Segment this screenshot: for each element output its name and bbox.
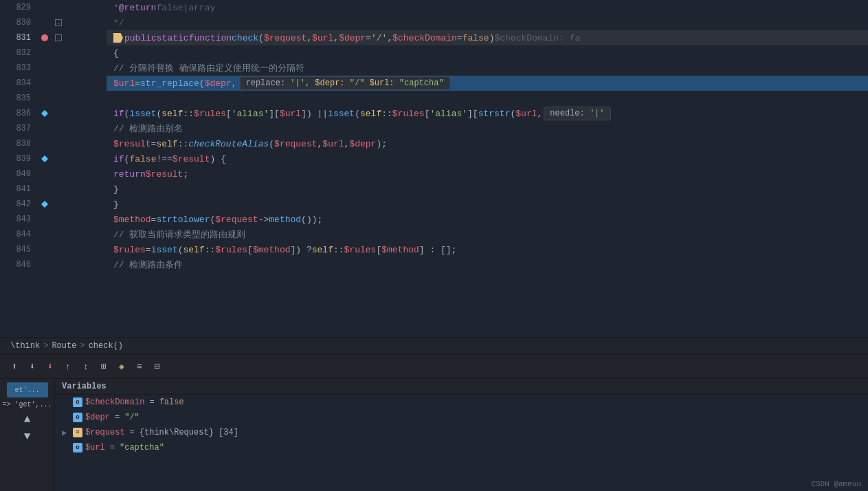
- line-number[interactable]: 842: [0, 199, 38, 209]
- scroll-up-btn[interactable]: ▲: [20, 412, 35, 427]
- scroll-down-btn[interactable]: ▼: [20, 429, 35, 444]
- collapsed-item-label[interactable]: et'...: [7, 382, 48, 397]
- line-number[interactable]: 841: [0, 184, 38, 194]
- breadcrumb-method[interactable]: check(): [89, 341, 123, 351]
- variable-item[interactable]: o$url="captcha": [55, 440, 868, 455]
- code-token: ][: [269, 109, 280, 119]
- line-number[interactable]: 834: [0, 78, 38, 88]
- code-token: $method: [253, 245, 291, 255]
- code-line: // 检测路由条件: [107, 257, 868, 272]
- code-line: {: [107, 45, 868, 61]
- line-number[interactable]: 832: [0, 48, 38, 58]
- flat-icon[interactable]: ⊟: [150, 359, 165, 374]
- code-token: $rules: [215, 245, 247, 255]
- code-token: ::: [381, 109, 392, 119]
- watermark: CSDN @ameuu: [811, 480, 861, 488]
- editor-area: 829830–831–83283383483583683783883984084…: [0, 0, 868, 351]
- line-number[interactable]: 830: [0, 18, 38, 28]
- line-number[interactable]: 845: [0, 245, 38, 254]
- line-number[interactable]: 837: [0, 124, 38, 133]
- code-token: static: [157, 33, 189, 43]
- line-number[interactable]: 839: [0, 154, 38, 164]
- code-token: (: [178, 245, 183, 255]
- code-token: (: [210, 215, 215, 225]
- line-number[interactable]: 831: [0, 33, 38, 43]
- code-token: ::: [333, 245, 344, 255]
- code-token: $url: [322, 139, 344, 149]
- download-icon[interactable]: ⬇: [25, 359, 40, 374]
- grid-icon[interactable]: ⊞: [96, 359, 111, 374]
- line-number[interactable]: 835: [0, 94, 38, 103]
- list-icon[interactable]: ≡: [132, 359, 147, 374]
- code-token: $method: [113, 215, 151, 225]
- code-token: // 检测路由别名: [113, 122, 183, 135]
- var-equals: =: [130, 428, 135, 437]
- breadcrumb-class[interactable]: Route: [52, 341, 76, 351]
- code-token: ::: [205, 245, 216, 255]
- code-token: strtolower: [156, 215, 210, 225]
- var-name: $url: [85, 443, 105, 452]
- breakpoint-area[interactable]: [38, 34, 52, 41]
- code-token: =: [151, 139, 157, 149]
- code-token: ][: [467, 109, 478, 119]
- code-token: ): [489, 33, 495, 43]
- line-number[interactable]: 846: [0, 260, 38, 270]
- code-token: $result: [146, 169, 183, 179]
- code-token: (: [258, 33, 264, 43]
- line-number[interactable]: 829: [0, 3, 38, 12]
- breakpoint-area[interactable]: [38, 155, 52, 162]
- code-token: ]) ||: [301, 109, 328, 119]
- variables-main[interactable]: Variables o$checkDomain=falseo$depr="/"▶…: [55, 379, 868, 491]
- code-token: false: [129, 154, 156, 164]
- upload-icon[interactable]: ⬆: [7, 359, 22, 374]
- line-number[interactable]: 844: [0, 230, 38, 239]
- code-token: check: [232, 33, 258, 43]
- code-token: checkRouteAlias: [188, 139, 269, 149]
- code-token: =: [146, 245, 151, 255]
- code-token: [: [247, 245, 253, 255]
- code-token: ());: [301, 215, 322, 225]
- breakpoint-area[interactable]: [38, 110, 52, 117]
- gutter-row: 839: [0, 151, 107, 166]
- code-token: $rules: [194, 109, 226, 119]
- code-line: if (false !== $result) {: [107, 151, 868, 166]
- variable-item[interactable]: o$checkDomain=false: [55, 395, 868, 410]
- code-line: $url = str_replace($depr,replace: '|', $…: [107, 76, 868, 91]
- variable-item[interactable]: o$depr="/": [55, 410, 868, 425]
- download2-icon[interactable]: ⬇: [43, 359, 58, 374]
- breakpoint-area[interactable]: [38, 201, 52, 208]
- var-expand-icon[interactable]: ▶: [62, 428, 70, 438]
- variable-item[interactable]: ▶≡$request={think\Request} [34]: [55, 425, 868, 440]
- gutter-row: 845: [0, 242, 107, 257]
- code-token: $url: [312, 33, 333, 43]
- code-line: }: [107, 197, 868, 212]
- code-token: [: [226, 109, 232, 119]
- line-number[interactable]: 843: [0, 215, 38, 224]
- line-number[interactable]: 836: [0, 109, 38, 118]
- debug-toolbar: ⬆⬇⬇↑↕⊞◈≡⊟: [0, 354, 868, 379]
- line-number[interactable]: 838: [0, 139, 38, 149]
- code-lines[interactable]: * @return false|array */ public static f…: [107, 0, 868, 345]
- code-token: $url: [113, 78, 135, 89]
- gutter-row: 830–: [0, 15, 107, 30]
- line-number[interactable]: 833: [0, 63, 38, 73]
- code-line: // 获取当前请求类型的路由规则: [107, 227, 868, 242]
- code-token: ::: [178, 139, 189, 149]
- gutter-row: 834: [0, 76, 107, 91]
- fold-icon[interactable]: –: [55, 19, 62, 26]
- var-equals: =: [110, 443, 115, 452]
- code-token: $depr: [205, 78, 232, 89]
- code-token: 'alias': [232, 109, 269, 119]
- code-token: return: [113, 169, 146, 179]
- code-token: strstr: [478, 109, 511, 119]
- code-token: 'alias': [430, 109, 467, 119]
- diamond-icon[interactable]: ◈: [114, 359, 129, 374]
- gutter-row: 846: [0, 257, 107, 272]
- step-diff-icon[interactable]: ↕: [78, 359, 93, 374]
- line-number[interactable]: 840: [0, 169, 38, 179]
- code-token: self: [156, 139, 177, 149]
- code-token: ,: [307, 33, 312, 43]
- fold-icon[interactable]: –: [55, 34, 62, 41]
- step-out-icon[interactable]: ↑: [60, 359, 76, 374]
- debug-toolbar-buttons: ⬆⬇⬇↑↕⊞◈≡⊟: [7, 359, 165, 374]
